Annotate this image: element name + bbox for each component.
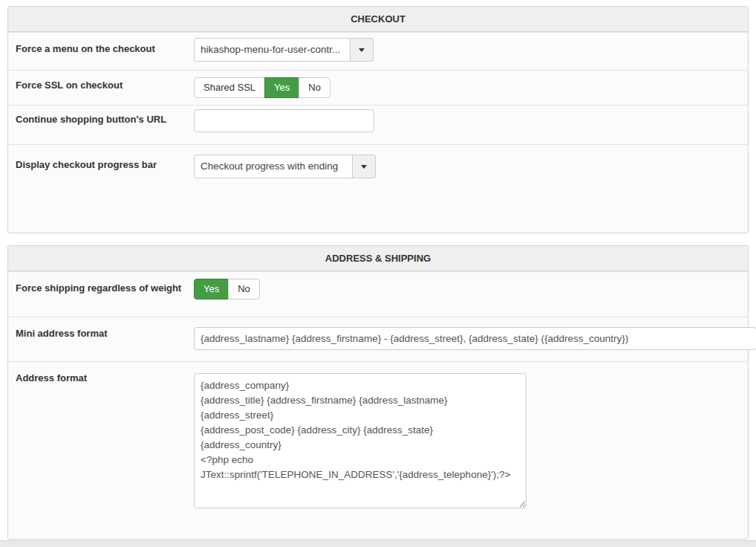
force-shipping-row: Force shipping regardless of weight Yes … xyxy=(8,271,748,317)
force-ssl-row: Force SSL on checkout Shared SSL Yes No xyxy=(8,70,748,105)
address-format-textarea[interactable]: {address_company} {address_title} {addre… xyxy=(194,373,527,508)
continue-url-row: Continue shopping button's URL xyxy=(8,105,748,144)
force-shipping-yes-button[interactable]: Yes xyxy=(194,279,229,300)
ssl-yes-button[interactable]: Yes xyxy=(264,77,299,98)
force-ssl-toggle-group: Shared SSL Yes No xyxy=(194,77,330,98)
continue-url-label: Continue shopping button's URL xyxy=(8,106,194,144)
force-shipping-toggle-group: Yes No xyxy=(194,279,260,300)
continue-url-input[interactable] xyxy=(194,109,374,132)
checkout-settings-panel: CHECKOUT Force a menu on the checkout hi… xyxy=(7,6,749,233)
address-panel-title: ADDRESS & SHIPPING xyxy=(8,246,748,271)
force-menu-dropdown-value[interactable]: hikashop-menu-for-user-contr... xyxy=(194,38,351,62)
mini-address-format-label: Mini address format xyxy=(8,317,194,361)
chevron-down-icon xyxy=(361,165,367,169)
progress-bar-dropdown[interactable]: Checkout progress with ending xyxy=(194,155,376,178)
address-format-label: Address format xyxy=(8,362,194,540)
checkout-panel-title: CHECKOUT xyxy=(8,7,748,32)
chevron-down-icon xyxy=(359,48,365,52)
address-shipping-panel: ADDRESS & SHIPPING Force shipping regard… xyxy=(7,245,749,540)
force-menu-dropdown-toggle[interactable] xyxy=(350,38,374,62)
address-format-row: Address format {address_company} {addres… xyxy=(8,361,748,540)
progress-bar-dropdown-value[interactable]: Checkout progress with ending xyxy=(194,155,353,178)
force-ssl-label: Force SSL on checkout xyxy=(8,71,194,105)
force-shipping-no-button[interactable]: No xyxy=(228,279,260,300)
mini-address-format-input[interactable] xyxy=(194,327,756,350)
force-menu-dropdown[interactable]: hikashop-menu-for-user-contr... xyxy=(194,38,374,62)
progress-bar-dropdown-toggle[interactable] xyxy=(352,155,376,178)
force-menu-label: Force a menu on the checkout xyxy=(8,33,194,70)
force-menu-row: Force a menu on the checkout hikashop-me… xyxy=(8,32,748,70)
progress-bar-label: Display checkout progress bar xyxy=(8,145,194,234)
next-section-header-edge xyxy=(0,540,756,547)
mini-address-format-row: Mini address format xyxy=(8,317,748,361)
ssl-no-button[interactable]: No xyxy=(299,77,330,98)
ssl-shared-button[interactable]: Shared SSL xyxy=(194,77,265,98)
force-shipping-label: Force shipping regardless of weight xyxy=(8,272,194,317)
progress-bar-row: Display checkout progress bar Checkout p… xyxy=(8,144,748,234)
